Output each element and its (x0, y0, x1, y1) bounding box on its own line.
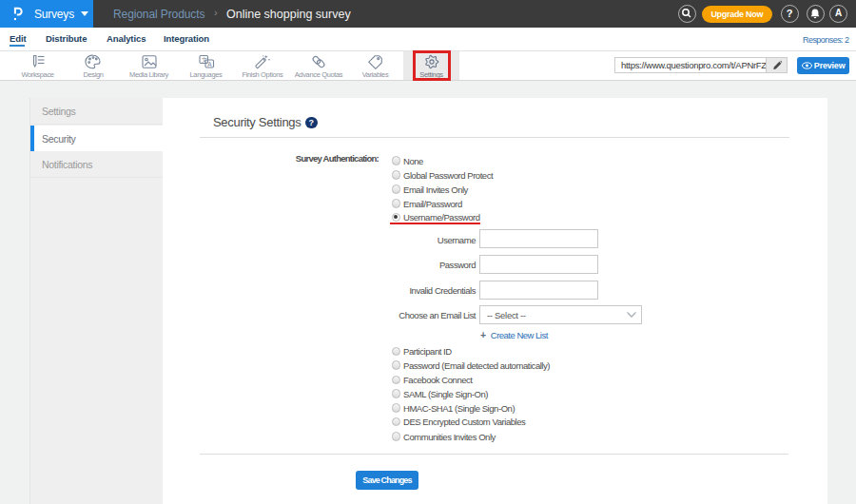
svg-text:A: A (207, 60, 212, 67)
svg-text:文: 文 (202, 56, 207, 63)
